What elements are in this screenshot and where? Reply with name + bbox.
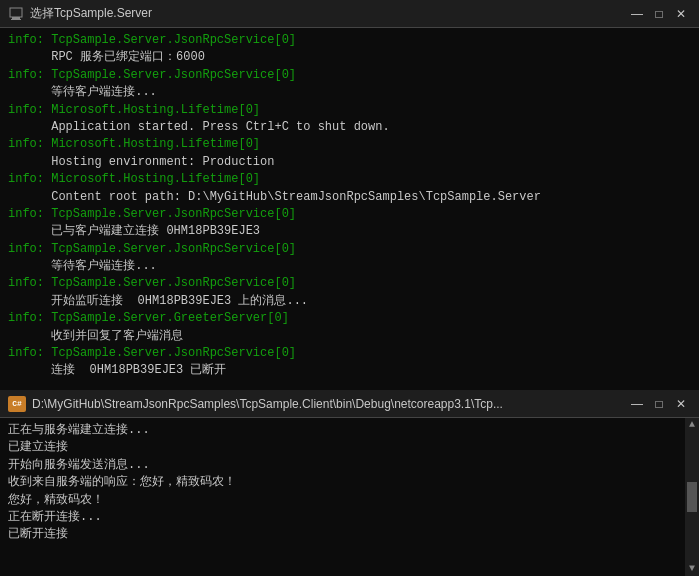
console-line: 连接 0HM18PB39EJE3 已断开	[8, 362, 691, 379]
console-line: 开始监听连接 0HM18PB39EJE3 上的消息...	[8, 293, 691, 310]
server-maximize-button[interactable]: □	[649, 4, 669, 24]
client-console: 正在与服务端建立连接...已建立连接开始向服务端发送消息...收到来自服务端的响…	[0, 418, 699, 576]
console-line: info: TcpSample.Server.JsonRpcService[0]	[8, 241, 691, 258]
console-line: 开始向服务端发送消息...	[8, 457, 675, 474]
console-line: 您好，精致码农！	[8, 492, 675, 509]
console-line: 已断开连接	[8, 526, 675, 543]
console-line: info: TcpSample.Server.JsonRpcService[0]	[8, 32, 691, 49]
server-window-controls: — □ ✕	[627, 4, 691, 24]
console-line: Content root path: D:\MyGitHub\StreamJso…	[8, 189, 691, 206]
console-line: info: TcpSample.Server.GreeterServer[0]	[8, 310, 691, 327]
console-line: info: TcpSample.Server.JsonRpcService[0]	[8, 345, 691, 362]
console-line: info: Microsoft.Hosting.Lifetime[0]	[8, 136, 691, 153]
console-line: 等待客户端连接...	[8, 258, 691, 275]
console-line: info: TcpSample.Server.JsonRpcService[0]	[8, 275, 691, 292]
console-line: info: TcpSample.Server.JsonRpcService[0]	[8, 67, 691, 84]
svg-rect-2	[11, 19, 21, 20]
svg-rect-1	[12, 17, 20, 19]
console-line: RPC 服务已绑定端口：6000	[8, 49, 691, 66]
console-line: 等待客户端连接...	[8, 84, 691, 101]
client-close-button[interactable]: ✕	[671, 394, 691, 414]
server-window-icon	[8, 6, 24, 22]
client-minimize-button[interactable]: —	[627, 394, 647, 414]
console-line: 正在与服务端建立连接...	[8, 422, 675, 439]
console-line: info: TcpSample.Server.JsonRpcService[0]	[8, 206, 691, 223]
console-line: Application started. Press Ctrl+C to shu…	[8, 119, 691, 136]
server-minimize-button[interactable]: —	[627, 4, 647, 24]
server-console: info: TcpSample.Server.JsonRpcService[0]…	[0, 28, 699, 390]
console-line: info: Microsoft.Hosting.Lifetime[0]	[8, 171, 691, 188]
client-window-controls: — □ ✕	[627, 394, 691, 414]
console-line: 收到并回复了客户端消息	[8, 328, 691, 345]
server-window-title: 选择TcpSample.Server	[30, 5, 619, 22]
console-line: Hosting environment: Production	[8, 154, 691, 171]
client-scrollbar[interactable]: ▲ ▼	[685, 418, 699, 576]
console-line: 正在断开连接...	[8, 509, 675, 526]
console-line: 已建立连接	[8, 439, 675, 456]
console-line: info: Microsoft.Hosting.Lifetime[0]	[8, 102, 691, 119]
console-line: 已与客户端建立连接 0HM18PB39EJE3	[8, 223, 691, 240]
client-titlebar: C# D:\MyGitHub\StreamJsonRpcSamples\TcpS…	[0, 390, 699, 418]
client-window-icon: C#	[8, 396, 26, 412]
client-window-title: D:\MyGitHub\StreamJsonRpcSamples\TcpSamp…	[32, 397, 619, 411]
console-line: 收到来自服务端的响应：您好，精致码农！	[8, 474, 675, 491]
server-close-button[interactable]: ✕	[671, 4, 691, 24]
svg-rect-0	[10, 8, 22, 17]
server-titlebar: 选择TcpSample.Server — □ ✕	[0, 0, 699, 28]
client-maximize-button[interactable]: □	[649, 394, 669, 414]
